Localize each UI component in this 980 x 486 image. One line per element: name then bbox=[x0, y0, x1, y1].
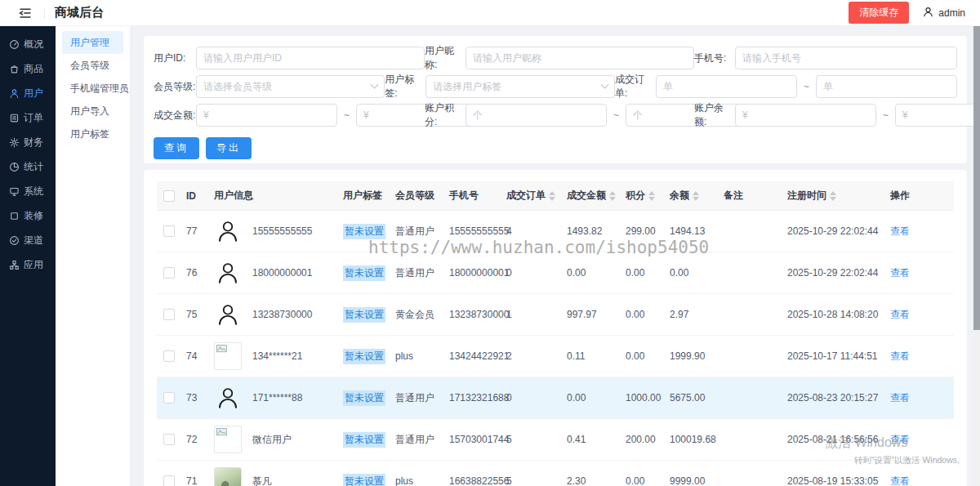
view-link[interactable]: 查看 bbox=[890, 350, 910, 363]
row-checkbox-cell bbox=[157, 475, 186, 486]
user-tag-link[interactable]: 暂未设置 bbox=[343, 390, 385, 406]
site-watermark: https://www.huzhan.com/ishop54050 bbox=[368, 238, 709, 257]
sidebar-item-users[interactable]: 用户 bbox=[0, 81, 56, 105]
cell-member-level: plus bbox=[395, 350, 449, 362]
column-label: 余额 bbox=[670, 189, 689, 203]
caret-down-icon bbox=[549, 197, 555, 201]
column-header-phone: 手机号 bbox=[449, 189, 506, 203]
submenu-item-member-level[interactable]: 会员等级 bbox=[62, 54, 123, 77]
order-icon bbox=[9, 113, 20, 123]
pie-chart-icon bbox=[9, 162, 20, 172]
user-tag-select[interactable]: 请选择用户标签 bbox=[425, 75, 615, 98]
cell-member-level: 普通用户 bbox=[395, 266, 449, 280]
phone-input[interactable] bbox=[735, 47, 957, 69]
column-header-orders[interactable]: 成交订单 bbox=[506, 189, 567, 203]
column-label: 备注 bbox=[724, 189, 743, 203]
cell-phone: 15703001744 bbox=[449, 434, 506, 445]
cell-balance: 1999.90 bbox=[670, 350, 724, 362]
sidebar-item-overview[interactable]: 概况 bbox=[0, 32, 56, 56]
cell-order-count: 4 bbox=[506, 225, 567, 237]
sidebar-item-decorate[interactable]: 装修 bbox=[0, 203, 56, 228]
sidebar-item-apps[interactable]: 应用 bbox=[0, 252, 56, 277]
filter-row: 成交金额:~账户积分:~账户余额:~ bbox=[154, 104, 957, 127]
row-checkbox[interactable] bbox=[163, 350, 175, 362]
cell-id: 71 bbox=[186, 475, 214, 486]
user-tag-link[interactable]: 暂未设置 bbox=[343, 474, 385, 486]
sidebar-item-channel[interactable]: 渠道 bbox=[0, 228, 56, 252]
user-menu[interactable]: admin bbox=[922, 6, 965, 20]
account-balance-max-input[interactable] bbox=[895, 104, 980, 127]
filter-label-user-tag: 用户标签: bbox=[385, 73, 425, 100]
column-label: 成交订单 bbox=[506, 189, 546, 203]
select-all-checkbox[interactable] bbox=[163, 190, 175, 202]
column-header-amount[interactable]: 成交金额 bbox=[567, 189, 626, 203]
column-header-level: 会员等级 bbox=[395, 189, 449, 203]
submenu-item-mobile-admin[interactable]: 手机端管理员 bbox=[62, 77, 123, 100]
collapse-menu-icon[interactable] bbox=[18, 6, 33, 20]
cell-balance: 9999.00 bbox=[670, 475, 724, 486]
filter-group-member-level: 会员等级:请选择会员等级 bbox=[154, 75, 385, 98]
caret-up-icon bbox=[549, 191, 555, 195]
member-level-select[interactable]: 请选择会员等级 bbox=[196, 75, 385, 98]
cell-register-time: 2025-10-28 14:08:20 bbox=[787, 309, 890, 320]
sidebar-item-label: 财务 bbox=[24, 136, 43, 149]
cell-user-tag: 暂未设置 bbox=[343, 265, 395, 281]
sidebar-item-label: 商品 bbox=[24, 62, 43, 76]
view-link[interactable]: 查看 bbox=[890, 266, 910, 280]
user-tag-link[interactable]: 暂未设置 bbox=[343, 349, 385, 364]
cell-phone: 15555555555 bbox=[449, 225, 506, 237]
account-points-min-input[interactable] bbox=[466, 104, 607, 127]
column-header-time[interactable]: 注册时间 bbox=[787, 189, 890, 203]
submenu-item-user-tags[interactable]: 用户标签 bbox=[62, 123, 123, 145]
order-count-max-input[interactable] bbox=[816, 75, 957, 98]
clear-cache-button[interactable]: 清除缓存 bbox=[849, 2, 909, 24]
export-button[interactable]: 导出 bbox=[206, 137, 252, 159]
scrollbar-thumb[interactable] bbox=[973, 26, 980, 330]
column-header-points[interactable]: 积分 bbox=[626, 189, 670, 203]
nickname-input[interactable] bbox=[466, 47, 694, 69]
column-header-remark: 备注 bbox=[724, 189, 787, 203]
user-tag-link[interactable]: 暂未设置 bbox=[343, 307, 385, 323]
view-link[interactable]: 查看 bbox=[890, 225, 910, 239]
cell-phone: 13238730000 bbox=[449, 309, 506, 320]
sidebar-item-orders[interactable]: 订单 bbox=[0, 105, 56, 130]
row-checkbox[interactable] bbox=[163, 267, 175, 279]
filter-label-member-level: 会员等级: bbox=[154, 80, 196, 94]
search-button[interactable]: 查询 bbox=[154, 137, 199, 159]
submenu-item-user-management[interactable]: 用户管理 bbox=[62, 31, 123, 54]
user-tag-link[interactable]: 暂未设置 bbox=[343, 432, 385, 448]
cell-register-time: 2025-08-23 20:15:27 bbox=[787, 392, 890, 404]
cell-balance: 2.97 bbox=[670, 309, 724, 320]
row-checkbox[interactable] bbox=[163, 225, 175, 237]
cell-balance: 0.00 bbox=[670, 267, 724, 279]
user-id-input[interactable] bbox=[196, 47, 425, 69]
order-count-min-input[interactable] bbox=[656, 75, 797, 98]
topbar-right: 清除缓存 admin bbox=[849, 2, 980, 24]
view-link[interactable]: 查看 bbox=[890, 391, 910, 405]
column-header-balance[interactable]: 余额 bbox=[670, 189, 724, 203]
sidebar-item-system[interactable]: 系统 bbox=[0, 179, 56, 203]
user-avatar-icon bbox=[214, 217, 242, 245]
sidebar-item-stats[interactable]: 统计 bbox=[0, 154, 56, 179]
submenu-item-user-import[interactable]: 用户导入 bbox=[62, 100, 123, 123]
cell-user-info: 15555555555 bbox=[214, 217, 343, 245]
cell-points: 299.00 bbox=[626, 225, 670, 237]
sidebar-item-finance[interactable]: 财务 bbox=[0, 130, 56, 154]
user-tag-link[interactable]: 暂未设置 bbox=[343, 265, 385, 281]
row-checkbox[interactable] bbox=[163, 434, 175, 445]
account-balance-min-input[interactable] bbox=[735, 104, 876, 127]
user-tag-link[interactable]: 暂未设置 bbox=[343, 224, 385, 239]
caret-down-icon bbox=[609, 197, 616, 201]
view-link[interactable]: 查看 bbox=[890, 475, 910, 486]
row-checkbox[interactable] bbox=[163, 309, 175, 320]
cell-action: 查看 bbox=[890, 475, 954, 486]
cell-points: 1000.00 bbox=[626, 392, 670, 404]
sidebar-item-goods[interactable]: 商品 bbox=[0, 56, 56, 81]
cell-deal-amount: 0.00 bbox=[567, 267, 626, 279]
row-checkbox[interactable] bbox=[163, 475, 175, 486]
view-link[interactable]: 查看 bbox=[890, 308, 910, 322]
row-checkbox[interactable] bbox=[163, 392, 175, 404]
square-icon bbox=[9, 211, 20, 221]
deal-amount-min-input[interactable] bbox=[196, 104, 337, 127]
filter-row: 会员等级:请选择会员等级用户标签:请选择用户标签成交订单:~ bbox=[154, 75, 957, 98]
